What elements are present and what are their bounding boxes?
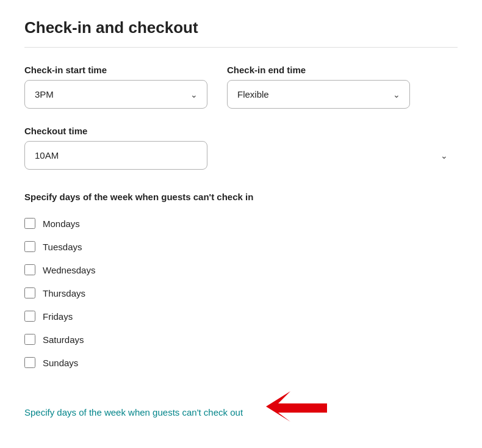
- list-item: Tuesdays: [24, 235, 458, 258]
- thursday-checkbox[interactable]: [24, 287, 35, 298]
- list-item: Mondays: [24, 212, 458, 235]
- thursday-label[interactable]: Thursdays: [43, 288, 85, 298]
- wednesday-label[interactable]: Wednesdays: [43, 265, 95, 275]
- checkout-label: Checkout time: [24, 126, 458, 136]
- monday-checkbox[interactable]: [24, 218, 35, 229]
- checkin-end-select[interactable]: Flexible 12AM 1AM 2AM 11PM: [227, 80, 410, 109]
- checkout-days-row: Specify days of the week when guests can…: [24, 391, 458, 430]
- svg-marker-0: [266, 391, 327, 422]
- list-item: Fridays: [24, 305, 458, 328]
- checkout-group: Checkout time Flexible 8AM 9AM 10AM 11AM…: [24, 126, 458, 170]
- checkout-select-wrapper: Flexible 8AM 9AM 10AM 11AM 12PM ⌄: [24, 141, 458, 170]
- checkin-start-label: Check-in start time: [24, 65, 207, 75]
- list-item: Sundays: [24, 351, 458, 374]
- checkin-end-label: Check-in end time: [227, 65, 410, 75]
- checkout-select[interactable]: Flexible 8AM 9AM 10AM 11AM 12PM: [24, 141, 207, 170]
- divider: [24, 47, 458, 48]
- sunday-checkbox[interactable]: [24, 357, 35, 368]
- checkout-days-link[interactable]: Specify days of the week when guests can…: [24, 407, 243, 417]
- checkin-start-group: Check-in start time 3PM Flexible 12AM 1A…: [24, 65, 207, 109]
- checkin-end-group: Check-in end time Flexible 12AM 1AM 2AM …: [227, 65, 410, 109]
- wednesday-checkbox[interactable]: [24, 264, 35, 275]
- tuesday-checkbox[interactable]: [24, 241, 35, 252]
- checkin-days-list: Mondays Tuesdays Wednesdays Thursdays Fr…: [24, 212, 458, 374]
- friday-checkbox[interactable]: [24, 311, 35, 322]
- page-title: Check-in and checkout: [24, 18, 458, 37]
- list-item: Saturdays: [24, 328, 458, 351]
- days-section: Specify days of the week when guests can…: [24, 192, 458, 374]
- checkin-start-select-wrapper: 3PM Flexible 12AM 1AM 2AM 4PM 5PM ⌄: [24, 80, 207, 109]
- days-section-title: Specify days of the week when guests can…: [24, 192, 458, 202]
- checkin-end-select-wrapper: Flexible 12AM 1AM 2AM 11PM ⌄: [227, 80, 410, 109]
- sunday-label[interactable]: Sundays: [43, 358, 78, 368]
- checkout-section: Checkout time Flexible 8AM 9AM 10AM 11AM…: [24, 126, 458, 170]
- checkin-row: Check-in start time 3PM Flexible 12AM 1A…: [24, 65, 458, 109]
- friday-label[interactable]: Fridays: [43, 311, 73, 322]
- list-item: Thursdays: [24, 281, 458, 305]
- saturday-label[interactable]: Saturdays: [43, 334, 84, 345]
- monday-label[interactable]: Mondays: [43, 219, 80, 229]
- red-arrow-icon: [260, 391, 327, 430]
- tuesday-label[interactable]: Tuesdays: [43, 242, 82, 252]
- saturday-checkbox[interactable]: [24, 334, 35, 345]
- list-item: Wednesdays: [24, 258, 458, 281]
- checkout-chevron-icon: ⌄: [441, 151, 448, 161]
- checkin-start-select[interactable]: 3PM Flexible 12AM 1AM 2AM 4PM 5PM: [24, 80, 207, 109]
